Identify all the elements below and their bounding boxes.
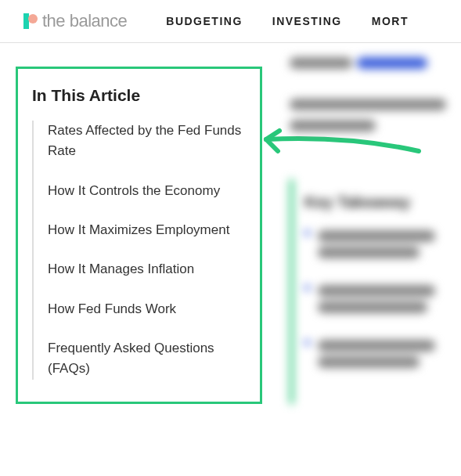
balance-logo-icon: [23, 11, 38, 31]
toc-link-rates[interactable]: Rates Affected by the Fed Funds Rate: [48, 121, 246, 162]
toc-link-fed-funds-work[interactable]: How Fed Funds Work: [48, 299, 246, 319]
nav-mortgages[interactable]: MORT: [372, 15, 409, 27]
table-of-contents: In This Article Rates Affected by the Fe…: [16, 67, 262, 404]
nav-budgeting[interactable]: BUDGETING: [166, 15, 243, 27]
brand-logo[interactable]: the balance: [23, 11, 127, 31]
toc-list: Rates Affected by the Fed Funds Rate How…: [32, 121, 246, 380]
article-body-blurred: Key Takeaway: [290, 43, 461, 404]
svg-rect-0: [23, 13, 29, 29]
top-nav: BUDGETING INVESTING MORT: [166, 15, 409, 27]
key-takeaways-title: Key Takeaway: [304, 193, 461, 211]
brand-name: the balance: [42, 11, 127, 31]
key-takeaways-box: Key Takeaway: [290, 179, 461, 404]
nav-investing[interactable]: INVESTING: [272, 15, 342, 27]
toc-link-controls-economy[interactable]: How It Controls the Economy: [48, 181, 246, 201]
main-content: In This Article Rates Affected by the Fe…: [0, 43, 461, 404]
toc-link-faqs[interactable]: Frequently Asked Questions (FAQs): [48, 338, 246, 380]
site-header: the balance BUDGETING INVESTING MORT: [0, 0, 461, 43]
toc-link-manages-inflation[interactable]: How It Manages Inflation: [48, 259, 246, 279]
toc-link-maximizes-employment[interactable]: How It Maximizes Employment: [48, 220, 246, 240]
toc-heading: In This Article: [32, 86, 246, 105]
svg-point-1: [28, 14, 38, 23]
